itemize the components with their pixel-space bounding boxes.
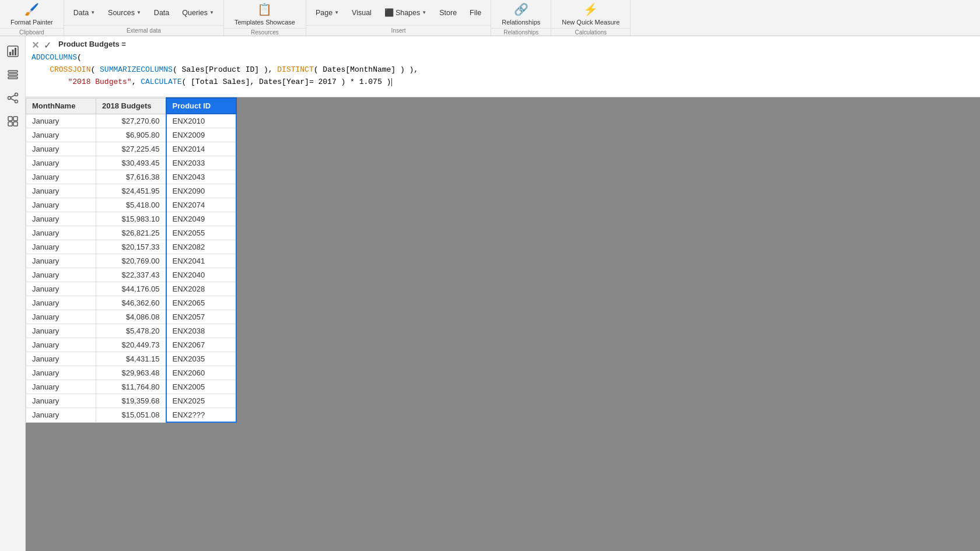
col-header-monthname[interactable]: MonthName <box>26 98 96 114</box>
table-row: January$7,616.38ENX2043 <box>26 170 236 184</box>
data2-button[interactable]: Data <box>148 6 175 19</box>
ribbon-clipboard-section: 🖌️ Format Painter Clipboard <box>0 0 64 36</box>
cell-product-id: ENX2055 <box>166 226 236 240</box>
table-body: January$27,270.60ENX2010January$6,905.80… <box>26 114 236 422</box>
shapes-button[interactable]: ⬛ Shapes ▼ <box>379 6 432 19</box>
table-row: January$30,493.45ENX2033 <box>26 156 236 170</box>
page-button[interactable]: Page ▼ <box>310 6 345 19</box>
cell-budget: $24,451.95 <box>96 184 166 198</box>
table-row: January$20,157.33ENX2082 <box>26 240 236 254</box>
svg-rect-13 <box>13 117 18 121</box>
cell-product-id: ENX2033 <box>166 156 236 170</box>
resources-top: 📋 Templates Showcase <box>224 0 306 28</box>
cell-monthname: January <box>26 128 96 142</box>
cell-product-id: ENX2040 <box>166 268 236 282</box>
table-row: January$4,431.15ENX2035 <box>26 352 236 366</box>
cell-monthname: January <box>26 114 96 128</box>
cell-budget: $4,431.15 <box>96 352 166 366</box>
relationships-icon: 🔗 <box>514 2 528 16</box>
svg-rect-4 <box>8 71 18 72</box>
sidebar-data-icon[interactable] <box>2 64 23 85</box>
cell-monthname: January <box>26 366 96 380</box>
new-quick-measure-button[interactable]: ⚡ New Quick Measure <box>555 0 626 28</box>
table-row: January$24,451.95ENX2090 <box>26 184 236 198</box>
cell-product-id: ENX2090 <box>166 184 236 198</box>
col-header-product-id[interactable]: Product ID <box>166 98 236 114</box>
sidebar-report-icon[interactable] <box>2 41 23 62</box>
sidebar-extra-icon[interactable] <box>2 111 23 132</box>
page-label: Page <box>316 9 332 17</box>
queries-button[interactable]: Queries ▼ <box>176 6 220 19</box>
formula-code[interactable]: ADDCOLUMNS( CROSSJOIN( SUMMARIZECOLUMNS(… <box>32 52 974 88</box>
table-row: January$20,769.00ENX2041 <box>26 254 236 268</box>
cell-monthname: January <box>26 338 96 352</box>
visual-button[interactable]: Visual <box>346 6 377 19</box>
data-table: MonthName 2018 Budgets Product ID Januar… <box>26 97 237 423</box>
formula-crossjoin: CROSSJOIN <box>50 65 90 74</box>
cell-product-id: ENX2009 <box>166 128 236 142</box>
svg-rect-6 <box>8 77 18 79</box>
table-row: January$27,270.60ENX2010 <box>26 114 236 128</box>
external-data-label: External data <box>64 25 223 36</box>
cell-monthname: January <box>26 156 96 170</box>
ribbon-resources-section: 📋 Templates Showcase Resources <box>224 0 306 36</box>
svg-rect-3 <box>15 48 16 55</box>
formula-budget-string: "2018 Budgets" <box>68 78 131 86</box>
table-row: January$15,983.10ENX2049 <box>26 212 236 226</box>
store-button[interactable]: Store <box>433 6 463 19</box>
insert-top: Page ▼ Visual ⬛ Shapes ▼ Store File <box>306 0 491 25</box>
relationships-button[interactable]: 🔗 Relationships <box>495 0 547 28</box>
cell-budget: $26,821.25 <box>96 226 166 240</box>
cell-monthname: January <box>26 142 96 156</box>
cell-budget: $30,493.45 <box>96 156 166 170</box>
sources-button[interactable]: Sources ▼ <box>102 6 147 19</box>
formula-addcolumns: ADDCOLUMNS <box>32 53 77 62</box>
format-painter-label: Format Painter <box>10 19 53 26</box>
clipboard-top: 🖌️ Format Painter <box>0 0 64 28</box>
file-button[interactable]: File <box>464 6 487 19</box>
cell-monthname: January <box>26 352 96 366</box>
cell-monthname: January <box>26 268 96 282</box>
cell-monthname: January <box>26 212 96 226</box>
cell-budget: $4,086.08 <box>96 310 166 324</box>
col-header-budgets[interactable]: 2018 Budgets <box>96 98 166 114</box>
data-arrow: ▼ <box>90 10 95 15</box>
data-button[interactable]: Data ▼ <box>68 6 101 19</box>
formula-cancel-button[interactable]: ✕ <box>32 40 39 51</box>
table-row: January$44,176.05ENX2028 <box>26 282 236 296</box>
table-header-row: MonthName 2018 Budgets Product ID <box>26 98 236 114</box>
cell-monthname: January <box>26 408 96 423</box>
table-row: January$29,963.48ENX2060 <box>26 366 236 380</box>
svg-rect-12 <box>8 117 12 121</box>
external-data-top: Data ▼ Sources ▼ Data Queries ▼ <box>64 0 223 25</box>
svg-rect-14 <box>8 122 12 126</box>
shapes-icon: ⬛ <box>384 8 394 17</box>
table-row: January$26,821.25ENX2055 <box>26 226 236 240</box>
cell-product-id: ENX2025 <box>166 394 236 408</box>
format-painter-button[interactable]: 🖌️ Format Painter <box>4 0 60 28</box>
format-painter-icon: 🖌️ <box>24 2 39 16</box>
formula-confirm-button[interactable]: ✓ <box>44 40 51 51</box>
formula-title: Product Budgets = <box>58 40 126 48</box>
left-sidebar <box>0 36 26 551</box>
svg-rect-15 <box>13 122 18 126</box>
sidebar-model-icon[interactable] <box>2 87 23 108</box>
table-row: January$27,225.45ENX2014 <box>26 142 236 156</box>
templates-showcase-button[interactable]: 📋 Templates Showcase <box>228 0 302 28</box>
svg-point-7 <box>8 97 10 100</box>
formula-calculate: CALCULATE <box>141 78 181 86</box>
cell-budget: $5,418.00 <box>96 198 166 212</box>
cell-product-id: ENX2041 <box>166 254 236 268</box>
svg-rect-5 <box>8 74 18 76</box>
new-quick-measure-icon: ⚡ <box>583 2 598 16</box>
table-row: January$15,051.08ENX2??? <box>26 408 236 423</box>
store-label: Store <box>439 9 457 17</box>
cell-product-id: ENX2049 <box>166 212 236 226</box>
cell-product-id: ENX2057 <box>166 310 236 324</box>
queries-arrow: ▼ <box>209 10 214 15</box>
insert-label: Insert <box>306 25 491 36</box>
table-row: January$5,418.00ENX2074 <box>26 198 236 212</box>
cell-product-id: ENX2014 <box>166 142 236 156</box>
relationships-label: Relationships <box>502 19 540 26</box>
relationships-top: 🔗 Relationships <box>491 0 551 28</box>
